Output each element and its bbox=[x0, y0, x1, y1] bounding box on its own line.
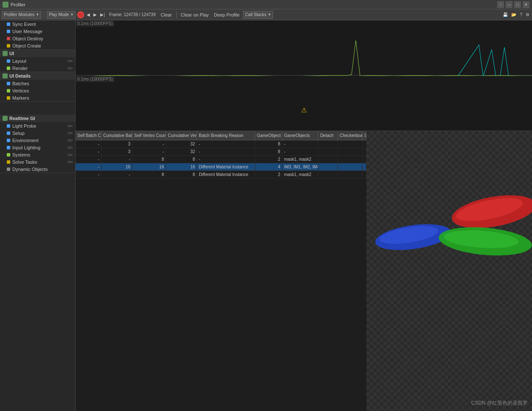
cell-cum-vertex-2: 32 bbox=[166, 148, 197, 155]
cell-standard-1 bbox=[363, 140, 366, 148]
close-button[interactable]: ✕ bbox=[523, 1, 529, 8]
call-stacks-arrow: ▼ bbox=[267, 13, 271, 17]
profiler-modules-dropdown[interactable]: Profiler Modules ▼ bbox=[2, 11, 41, 19]
maximize-button[interactable]: □ bbox=[514, 1, 521, 8]
record-button[interactable] bbox=[77, 11, 84, 18]
cell-cum-batch-2: 3 bbox=[101, 148, 132, 155]
sidebar-item-input-lighting[interactable]: Input Lighting bbox=[0, 144, 75, 151]
sidebar-item-object-destroy[interactable]: Object Destroy bbox=[0, 35, 75, 42]
load-button[interactable]: 📂 bbox=[510, 12, 517, 17]
sidebar-ui-details-header[interactable]: UI Details bbox=[0, 72, 75, 80]
cell-cum-vertex-5: 8 bbox=[166, 171, 197, 178]
realtime-gi-label: Realtime GI bbox=[9, 116, 35, 121]
clear-button[interactable]: Clear bbox=[159, 12, 174, 18]
deep-profile-button[interactable]: Deep Profile bbox=[212, 12, 242, 18]
sidebar-item-setup[interactable]: Setup bbox=[0, 129, 75, 137]
cell-cum-batch-4: 16 bbox=[101, 163, 132, 171]
cell-gameobjects-3: mask1, mask2 bbox=[282, 156, 318, 163]
light-probe-lines bbox=[68, 125, 73, 127]
vertices-label: Vertices bbox=[12, 88, 73, 93]
call-stacks-dropdown[interactable]: Call Stacks ▼ bbox=[243, 11, 273, 19]
markers-dot bbox=[7, 96, 10, 100]
sidebar-item-markers[interactable]: Markers bbox=[0, 94, 75, 101]
sidebar-item-light-probe[interactable]: Light Probe bbox=[0, 122, 75, 129]
cell-gameobjects-5: mask1, mask2 bbox=[282, 171, 318, 178]
cell-batch-reason-1: - bbox=[197, 140, 255, 148]
cell-detach-2 bbox=[318, 148, 338, 155]
table-row[interactable]: - 3 - 32 - 8 - bbox=[76, 140, 366, 148]
dynamic-objects-label: Dynamic Objects bbox=[12, 167, 73, 172]
sidebar-item-environment[interactable]: Environment bbox=[0, 137, 75, 144]
table-row[interactable]: - 3 - 32 - 8 - bbox=[76, 148, 366, 156]
light-probe-label: Light Probe bbox=[12, 123, 65, 129]
table-row[interactable]: - - 8 8 Different Material Instance 2 ma… bbox=[76, 171, 366, 179]
solve-tasks-label: Solve Tasks bbox=[12, 159, 65, 165]
save-button[interactable]: 💾 bbox=[502, 12, 509, 17]
table-row[interactable]: - - 8 8 - 2 mask1, mask2 bbox=[76, 156, 366, 163]
chart2-canvas[interactable]: ⚠ bbox=[76, 82, 532, 137]
ui-section-label: UI bbox=[9, 51, 14, 56]
sync-event-label: Sync Event bbox=[12, 22, 73, 27]
sidebar-item-object-create[interactable]: Object Create bbox=[0, 42, 75, 49]
chart1-svg bbox=[76, 27, 532, 81]
menu-button[interactable]: ⋮ bbox=[497, 1, 504, 8]
cell-object-count-5: 2 bbox=[255, 171, 282, 178]
cell-self-batch-3: - bbox=[76, 156, 101, 163]
sidebar-item-vertices[interactable]: Vertices bbox=[0, 87, 75, 94]
markers-label: Markers bbox=[12, 95, 73, 101]
cell-detach-3 bbox=[318, 156, 338, 163]
cell-checker-2 bbox=[338, 148, 363, 155]
cell-cum-batch-1: 3 bbox=[101, 140, 132, 148]
chart-panel-gi: 0.1ms (10000FPS) ⚠ bbox=[76, 76, 532, 131]
sidebar-section-ui: UI Layout Render bbox=[0, 50, 75, 72]
object-create-label: Object Create bbox=[12, 43, 73, 48]
user-message-label: User Message bbox=[12, 29, 73, 34]
sidebar-item-dynamic-objects[interactable]: Dynamic Objects bbox=[0, 165, 75, 173]
sidebar-item-systems[interactable]: Systems bbox=[0, 151, 75, 158]
sidebar-item-solve-tasks[interactable]: Solve Tasks bbox=[0, 158, 75, 165]
help-button[interactable]: ? bbox=[519, 12, 523, 17]
object-destroy-label: Object Destroy bbox=[12, 36, 73, 41]
sidebar-ui-header[interactable]: UI bbox=[0, 50, 75, 57]
cell-batch-reason-2: - bbox=[197, 148, 255, 155]
sidebar-item-render[interactable]: Render bbox=[0, 64, 75, 72]
cell-gameobjects-4: IM3, IM1, IM2, IM4 bbox=[282, 163, 318, 171]
title-bar: Profiler ⋮ ─ □ ✕ bbox=[0, 0, 532, 9]
minimize-button[interactable]: ─ bbox=[506, 1, 512, 8]
sidebar-item-sync-event[interactable]: Sync Event bbox=[0, 20, 75, 28]
table-body: - 3 - 32 - 8 - - 3 bbox=[76, 140, 366, 411]
user-message-dot bbox=[7, 30, 10, 33]
cell-self-vertex-5: 8 bbox=[132, 171, 166, 178]
frame-counter: Frame: 124739 / 124739 bbox=[109, 12, 156, 17]
sidebar-item-batches[interactable]: Batches bbox=[0, 80, 75, 87]
toolbar: Profiler Modules ▼ Play Mode ▼ ◀ ▶ ▶| Fr… bbox=[0, 9, 532, 20]
cell-standard-4 bbox=[363, 163, 366, 171]
preview-svg bbox=[366, 131, 532, 411]
sidebar-item-user-message[interactable]: User Message bbox=[0, 28, 75, 35]
cell-object-count-3: 2 bbox=[255, 156, 282, 163]
input-lighting-label: Input Lighting bbox=[12, 145, 65, 150]
table-container: Self Batch Count Cumulative Batch Co Sel… bbox=[76, 131, 366, 411]
clear-on-play-button[interactable]: Clear on Play bbox=[179, 12, 211, 18]
batches-dot bbox=[7, 82, 10, 85]
step-back-button[interactable]: ◀ bbox=[86, 12, 91, 17]
cell-detach-5 bbox=[318, 171, 338, 178]
settings-button[interactable]: ⚙ bbox=[525, 12, 530, 17]
table-row[interactable]: - 16 16 16 Different Material Instance 4… bbox=[76, 163, 366, 171]
step-forward-button[interactable]: ▶ bbox=[93, 12, 98, 17]
ui-section-icon bbox=[3, 51, 8, 56]
cell-standard-3 bbox=[363, 156, 366, 163]
sidebar-item-layout[interactable]: Layout bbox=[0, 57, 75, 64]
window-title: Profiler bbox=[11, 2, 25, 7]
sidebar-section-realtime-gi: Realtime GI Light Probe Setup Environmen… bbox=[0, 115, 75, 173]
cell-self-batch-1: - bbox=[76, 140, 101, 148]
solve-tasks-dot bbox=[7, 160, 10, 164]
profiler-modules-label: Profiler Modules bbox=[4, 12, 34, 17]
layout-lines bbox=[68, 60, 73, 62]
step-end-button[interactable]: ▶| bbox=[99, 12, 106, 17]
input-lighting-lines bbox=[68, 147, 73, 148]
sidebar-realtime-gi-header[interactable]: Realtime GI bbox=[0, 115, 75, 122]
play-mode-dropdown[interactable]: Play Mode ▼ bbox=[47, 11, 76, 19]
chart1-canvas[interactable] bbox=[76, 27, 532, 81]
window-controls: ⋮ ─ □ ✕ bbox=[497, 1, 529, 8]
